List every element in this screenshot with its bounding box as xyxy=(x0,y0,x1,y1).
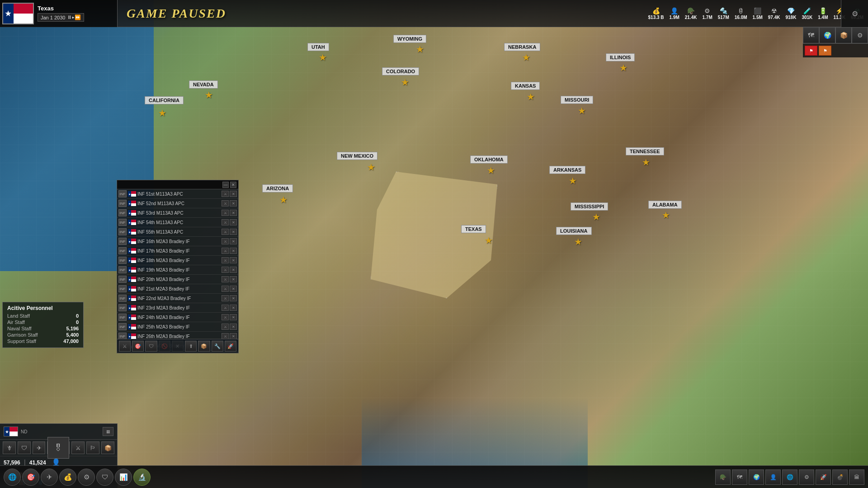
map-label-mississippi[interactable]: MISSISSIPPI xyxy=(571,202,608,211)
unit-info-btn[interactable]: ✕ xyxy=(230,276,237,282)
unit-action-launch[interactable]: 🚀 xyxy=(225,341,236,352)
unit-select-btn[interactable]: ⚔ xyxy=(222,200,229,206)
list-item[interactable]: INF ★ INF 20th M2A3 Bradley IF ⚔ ✕ xyxy=(117,275,238,284)
panel-close-btn[interactable]: ✕ xyxy=(230,182,236,188)
world-map-btn[interactable]: 🌍 xyxy=(749,469,764,485)
action-btn-5[interactable]: 🏳 xyxy=(86,441,99,454)
leader-btn[interactable]: 👤 xyxy=(765,469,781,485)
unit-info-btn[interactable]: ✕ xyxy=(230,295,237,301)
list-item[interactable]: INF ★ INF 51st M113A3 APC ⚔ ✕ xyxy=(117,189,238,199)
economy-button[interactable]: 💰 xyxy=(59,469,76,486)
unit-info-btn[interactable]: ✕ xyxy=(230,219,237,225)
map-label-texas[interactable]: TEXAS xyxy=(461,225,486,233)
unit-info-btn[interactable]: ✕ xyxy=(230,333,237,339)
unit-select-btn[interactable]: ⚔ xyxy=(222,238,229,244)
unit-action-fortify[interactable]: 🛡 xyxy=(145,341,157,352)
globe-button[interactable]: 🌐 xyxy=(4,469,21,486)
unit-action-upgrade[interactable]: ⬆ xyxy=(185,341,197,352)
satellite-view-btn[interactable]: 🌍 xyxy=(819,27,835,43)
unit-info-btn[interactable]: ✕ xyxy=(230,248,237,254)
diplomacy-btn[interactable]: 🌐 xyxy=(782,469,797,485)
army-list-btn[interactable]: 🪖 xyxy=(715,469,731,485)
unit-info-btn[interactable]: ✕ xyxy=(230,200,237,206)
political-view-btn[interactable]: 📦 xyxy=(835,27,852,43)
list-item[interactable]: INF ★ INF 52nd M113A3 APC ⚔ ✕ xyxy=(117,199,238,208)
list-item[interactable]: INF ★ INF 23rd M2A3 Bradley IF ⚔ ✕ xyxy=(117,303,238,313)
unit-info-btn[interactable]: ✕ xyxy=(230,191,237,197)
map-label-illinois[interactable]: ILLINOIS xyxy=(606,53,635,61)
action-btn-defense[interactable]: 🛡 xyxy=(18,441,31,454)
unit-select-btn[interactable]: ⚔ xyxy=(222,248,229,254)
research-button[interactable]: 🔬 xyxy=(133,469,151,486)
unit-info-btn[interactable]: ✕ xyxy=(230,324,237,330)
map-view-btn[interactable]: 🗺 xyxy=(803,27,819,43)
unit-select-btn[interactable]: ⚔ xyxy=(222,257,229,263)
list-item[interactable]: INF ★ INF 21st M2A3 Bradley IF ⚔ ✕ xyxy=(117,284,238,294)
panel-minimize-btn[interactable]: — xyxy=(222,182,229,188)
unit-select-btn[interactable]: ⚔ xyxy=(222,333,229,339)
nuke-btn[interactable]: 💣 xyxy=(832,469,848,485)
map-label-arkansas[interactable]: ARKANSAS xyxy=(549,166,585,174)
list-item[interactable]: INF ★ INF 25th M2A3 Bradley IF ⚔ ✕ xyxy=(117,322,238,332)
unit-action-attack[interactable]: 🎯 xyxy=(132,341,144,352)
intel-btn[interactable]: ⚙ xyxy=(799,469,814,485)
action-btn-6[interactable]: 📦 xyxy=(101,441,114,454)
map-label-utah[interactable]: UTAH xyxy=(307,43,329,51)
action-btn-4[interactable]: ⚔ xyxy=(71,441,85,454)
map-label-nebraska[interactable]: NEBRASKA xyxy=(504,43,540,51)
map-label-tennessee[interactable]: TENNESSEE xyxy=(626,147,664,155)
time-controls[interactable]: ⏸▶⏩ xyxy=(67,14,81,20)
map-label-colorado[interactable]: COLORADO xyxy=(382,67,419,75)
settings-section[interactable]: ⚙ xyxy=(841,0,868,27)
map-label-oklahoma[interactable]: OKLAHOMA xyxy=(470,155,508,164)
map-label-alabama[interactable]: ALABAMA xyxy=(648,201,682,209)
unit-select-btn[interactable]: ⚔ xyxy=(222,324,229,330)
terrain-view-btn[interactable]: ⚙ xyxy=(852,27,868,43)
unit-action-repair[interactable]: 🔧 xyxy=(212,341,223,352)
list-item[interactable]: INF ★ INF 24th M2A3 Bradley IF ⚔ ✕ xyxy=(117,313,238,322)
map-label-wyoming[interactable]: WYOMING xyxy=(393,35,426,43)
unit-select-btn[interactable]: ⚔ xyxy=(222,286,229,292)
list-item[interactable]: INF ★ INF 54th M113A3 APC ⚔ ✕ xyxy=(117,218,238,227)
unit-select-btn[interactable]: ⚔ xyxy=(222,219,229,225)
map-label-california[interactable]: CALIFORNIA xyxy=(145,96,184,104)
government-btn[interactable]: 🏛 xyxy=(849,469,864,485)
map-label-missouri[interactable]: MISSOURI xyxy=(561,96,593,104)
list-item[interactable]: INF ★ INF 53rd M113A3 APC ⚔ ✕ xyxy=(117,208,238,218)
unit-info-btn[interactable]: ✕ xyxy=(230,286,237,292)
unit-view-toggle[interactable]: ▦ xyxy=(103,427,113,436)
list-item[interactable]: INF ★ INF 17th M2A3 Bradley IF ⚔ ✕ xyxy=(117,246,238,256)
action-btn-air[interactable]: ✈ xyxy=(33,441,46,454)
defense-button[interactable]: 🛡 xyxy=(96,469,113,486)
action-btn-move[interactable]: 🗡 xyxy=(3,441,16,454)
list-item[interactable]: INF ★ INF 55th M113A3 APC ⚔ ✕ xyxy=(117,227,238,237)
unit-select-btn[interactable]: ⚔ xyxy=(222,191,229,197)
unit-select-btn[interactable]: ⚔ xyxy=(222,210,229,216)
unit-action-move[interactable]: ⚔ xyxy=(119,341,131,352)
map-label-nevada[interactable]: NEVADA xyxy=(189,80,218,89)
unit-info-btn[interactable]: ✕ xyxy=(230,210,237,216)
alert-icon-2[interactable]: ⚑ xyxy=(819,46,831,56)
unit-info-btn[interactable]: ✕ xyxy=(230,314,237,320)
unit-info-btn[interactable]: ✕ xyxy=(230,267,237,273)
unit-select-btn[interactable]: ⚔ xyxy=(222,314,229,320)
unit-select-btn[interactable]: ⚔ xyxy=(222,276,229,282)
unit-select-btn[interactable]: ⚔ xyxy=(222,267,229,273)
map-label-newmexico[interactable]: NEW MEXICO xyxy=(337,152,377,160)
unit-info-btn[interactable]: ✕ xyxy=(230,238,237,244)
unit-select-btn[interactable]: ⚔ xyxy=(222,295,229,301)
statistics-button[interactable]: 📊 xyxy=(115,469,132,486)
list-item[interactable]: INF ★ INF 22nd M2A3 Bradley IF ⚔ ✕ xyxy=(117,294,238,303)
production-button[interactable]: ⚙ xyxy=(78,469,95,486)
list-item[interactable]: INF ★ INF 16th M2A3 Bradley IF ⚔ ✕ xyxy=(117,237,238,246)
launch-btn[interactable]: 🚀 xyxy=(816,469,831,485)
unit-info-btn[interactable]: ✕ xyxy=(230,229,237,235)
unit-action-supply[interactable]: 📦 xyxy=(198,341,210,352)
map-label-louisiana[interactable]: LOUISIANA xyxy=(556,227,592,235)
settings-icon[interactable]: ⚙ xyxy=(852,9,858,18)
air-button[interactable]: ✈ xyxy=(41,469,58,486)
map-btn[interactable]: 🗺 xyxy=(732,469,747,485)
map-label-kansas[interactable]: KANSAS xyxy=(511,82,540,90)
unit-info-btn[interactable]: ✕ xyxy=(230,305,237,311)
unit-select-btn[interactable]: ⚔ xyxy=(222,305,229,311)
